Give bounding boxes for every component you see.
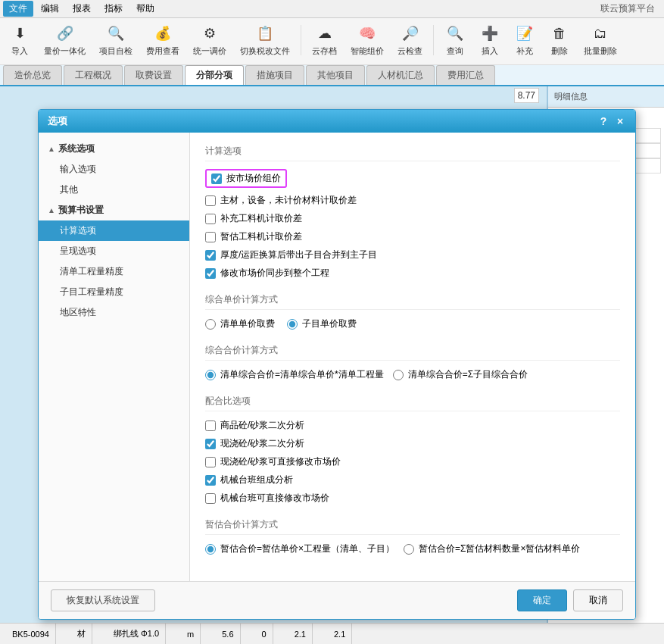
toolbar-cloud-save[interactable]: ☁ 云存档 [307,21,341,58]
toolbar-cloud-check[interactable]: 🔎 云检查 [393,21,427,58]
confirm-btn[interactable]: 确定 [517,589,567,611]
machine-group-item[interactable]: 机械台班组成分析 [205,474,620,486]
tree-item-precision[interactable]: 子目工程量精度 [39,282,189,302]
ready-mix-mortar-label: 现浇砼/砂浆二次分析 [220,437,304,450]
ready-mix-direct-item[interactable]: 现浇砼/砂浆可直接修改市场价 [205,455,620,468]
toolbar-tax-change[interactable]: 📋 切换税改文件 [235,21,295,58]
project-check-icon: 🔍 [105,23,126,44]
ready-mix-mortar-checkbox[interactable] [205,439,216,449]
status-val3: 2.1 [288,624,313,644]
list-unit-price-label: 清单单价取费 [220,317,275,330]
toolbar-insert[interactable]: ➕ 插入 [475,21,505,58]
tab-fee-settings[interactable]: 取费设置 [124,65,183,85]
toolbar-supplement[interactable]: 📝 补充 [510,21,540,58]
estimate-calc1-item[interactable]: 暂估合价=暂估单价×工程量（清单、子目） [205,542,394,555]
main-material-checkbox[interactable] [205,195,216,206]
dialog-help-btn[interactable]: ? [597,115,609,127]
toolbar-divider1 [301,25,301,55]
total-price-radio-group: 清单综合合价=清单综合单价*清单工程量 清单综合合价=Σ子目综合合价 [205,368,620,381]
temp-estimate-labor-item[interactable]: 暂估工料机计取价差 [205,230,620,243]
ready-mix-mortar-item[interactable]: 现浇砼/砂浆二次分析 [205,437,620,450]
menu-indicator[interactable]: 指标 [98,1,129,17]
tree-calc-options[interactable]: 计算选项 [39,220,189,241]
temp-estimate-checkbox[interactable] [205,232,216,242]
reset-btn[interactable]: 恢复默认系统设置 [51,589,155,611]
estimate-calc2-radio[interactable] [404,544,414,555]
supplement-labor-checkbox[interactable] [205,214,216,224]
tab-other-items[interactable]: 其他项目 [306,65,365,85]
status-val4: 2.1 [328,624,352,644]
top-right-info: 联云预算平台 [600,2,661,15]
estimate-calc1-label: 暂估合价=暂估单价×工程量（清单、子目） [220,542,394,555]
commercial-mortar-item[interactable]: 商品砼/砂浆二次分析 [205,419,620,432]
estimate-calc2-item[interactable]: 暂估合价=Σ暂估材料数量×暂估材料单价 [404,542,580,555]
tab-labor-material[interactable]: 人材机汇总 [366,65,435,85]
tree-other[interactable]: 其他 [39,180,189,200]
modify-market-checkbox[interactable] [205,268,216,279]
tree-panel: ▲ 系统选项 输入选项 其他 ▲ 预算书设置 计算选项 呈现选 [39,133,190,581]
tab-cost-overview[interactable]: 造价总览 [3,65,62,85]
toolbar-lianjia[interactable]: 🔗 量价一体化 [39,21,90,58]
toolbar-delete[interactable]: 🗑 删除 [544,21,575,58]
status-bar: BK5-0094 材 绑扎线 Φ1.0 m 5.6 0 2.1 2.1 [0,623,664,644]
tree-input-options[interactable]: 输入选项 [39,159,189,180]
toolbar-project-check[interactable]: 🔍 项目自检 [95,21,137,58]
tab-project-info[interactable]: 工程概况 [64,65,123,85]
status-val1: 5.6 [216,624,240,644]
unit-price-section: 综合单价计算方式 清单单价取费 子目单价取费 [205,293,620,330]
estimate-section: 暂估合价计算方式 暂估合价=暂估单价×工程量（清单、子目） 暂估合价=Σ暂估材料… [205,518,620,555]
tree-system-options[interactable]: ▲ 系统选项 [39,139,189,159]
insert-icon: ➕ [479,23,500,44]
tree-region-features[interactable]: 地区特性 [39,302,189,323]
estimate-calc1-radio[interactable] [205,544,216,555]
supplement-labor-item[interactable]: 补充工料机计取价差 [205,212,620,225]
machine-group-checkbox[interactable] [205,475,216,486]
tab-bill-items[interactable]: 分部分项 [185,65,244,85]
total-calc2-radio[interactable] [393,370,404,380]
batch-delete-icon: 🗂 [590,23,611,44]
total-calc1-item[interactable]: 清单综合合价=清单综合单价*清单工程量 [205,368,384,381]
toolbar-batch-delete[interactable]: 🗂 批量删除 [579,21,622,58]
item-unit-price-label: 子目单价取费 [302,317,357,330]
tree-list-precision[interactable]: 清单工程量精度 [39,261,189,282]
tab-measures[interactable]: 措施项目 [245,65,304,85]
main-material-item[interactable]: 主材，设备，未计价材料计取价差 [205,194,620,207]
status-item-type: 材 [71,624,92,644]
total-calc1-radio[interactable] [205,370,216,380]
tree-display-options[interactable]: 呈现选项 [39,241,189,261]
thickness-checkbox[interactable] [205,250,216,261]
tree-budget-settings[interactable]: ▲ 预算书设置 [39,200,189,220]
thickness-distance-item[interactable]: 厚度/运距换算后带出子目合并到主子目 [205,249,620,261]
dialog-title: 选项 [48,114,67,128]
list-unit-price-item[interactable]: 清单单价取费 [205,317,275,330]
commercial-mortar-checkbox[interactable] [205,420,216,431]
total-calc2-item[interactable]: 清单综合合价=Σ子目综合合价 [393,368,528,381]
estimate-title: 暂估合价计算方式 [205,518,620,535]
calc-options-title: 计算选项 [205,145,620,161]
machine-direct-item[interactable]: 机械台班可直接修改市场价 [205,492,620,505]
mix-ratio-section: 配合比选项 商品砼/砂浆二次分析 现浇砼/砂浆二次分析 现浇砼/砂浆可直接修改市… [205,395,620,505]
toolbar-import[interactable]: ⬇ 导入 [5,21,35,58]
menu-file[interactable]: 文件 [3,1,33,17]
menu-help[interactable]: 帮助 [130,1,161,17]
toolbar-fee-check[interactable]: 💰 费用查看 [142,21,184,58]
toolbar-unified-adjust[interactable]: ⚙ 统一调价 [189,21,231,58]
modify-market-price-item[interactable]: 修改市场价同步到整个工程 [205,267,620,280]
toolbar-query[interactable]: 🔍 查询 [440,21,470,58]
list-unit-price-radio[interactable] [205,319,216,330]
market-price-group-item[interactable]: 按市场价组价 [205,169,620,188]
tab-fee-summary[interactable]: 费用汇总 [436,65,495,85]
ready-mix-direct-checkbox[interactable] [205,457,216,467]
smart-group-icon: 🧠 [357,23,378,44]
market-price-checkbox[interactable] [211,174,222,184]
dialog-close-btn[interactable]: × [614,115,626,127]
menu-edit[interactable]: 编辑 [35,1,65,17]
machine-direct-checkbox[interactable] [205,493,216,504]
lianjia-icon: 🔗 [55,23,76,44]
item-unit-price-item[interactable]: 子目单价取费 [287,317,357,330]
commercial-mortar-label: 商品砼/砂浆二次分析 [220,419,304,432]
cancel-btn[interactable]: 取消 [573,589,623,611]
item-unit-price-radio[interactable] [287,319,298,330]
menu-report[interactable]: 报表 [67,1,97,17]
toolbar-smart-group[interactable]: 🧠 智能组价 [346,21,388,58]
